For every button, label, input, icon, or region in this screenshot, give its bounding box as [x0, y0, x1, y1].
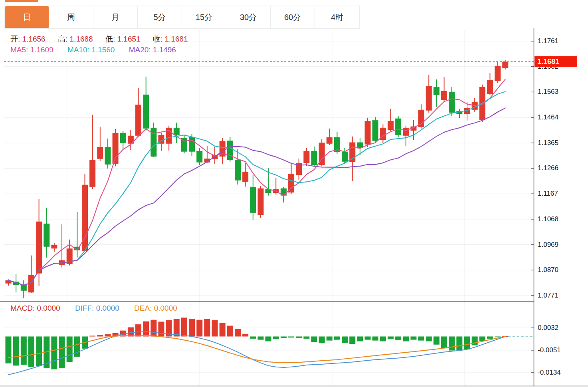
ma10-legend: MA10: 1.1560: [67, 46, 115, 54]
close-label: 收:: [153, 35, 162, 43]
price-axis-label: 1.1266: [538, 164, 558, 172]
price-axis-label: 1.1563: [538, 88, 558, 96]
price-axis-label: 1.0969: [538, 241, 558, 249]
trading-chart-page: 日周月5分15分30分60分4时 开: 1.1656 高: 1.1688 低: …: [0, 0, 588, 387]
price-axis-label: 1.0870: [538, 266, 558, 274]
ohlc-legend: 开: 1.1656 高: 1.1688 低: 1.1651 收: 1.1681: [10, 34, 198, 44]
candlestick-macd-chart[interactable]: [0, 0, 588, 387]
macd-axis-label: -0.0051: [538, 346, 561, 354]
low-label: 低:: [105, 35, 115, 43]
low-value: 1.1651: [117, 35, 141, 43]
price-axis-label: 1.0771: [538, 292, 558, 300]
diff-value-legend: DIFF: 0.0000: [75, 304, 119, 312]
dea-value-legend: DEA: 0.0000: [134, 304, 177, 312]
open-value: 1.1656: [22, 35, 46, 43]
price-axis-label: 1.1464: [538, 113, 558, 121]
ma20-legend: MA20: 1.1496: [129, 46, 176, 54]
ma5-legend: MA5: 1.1609: [10, 46, 53, 54]
open-label: 开:: [10, 35, 20, 43]
price-axis-label: 1.1167: [538, 190, 558, 198]
price-axis-label: 1.1365: [538, 139, 558, 147]
macd-value-legend: MACD: 0.0000: [10, 304, 60, 312]
price-axis-label: 1.1761: [538, 37, 558, 45]
macd-axis-label: -0.0134: [538, 369, 561, 377]
price-axis-label: 1.1068: [538, 215, 558, 223]
high-label: 高:: [58, 35, 67, 43]
close-value: 1.1681: [164, 35, 188, 43]
high-value: 1.1688: [70, 35, 93, 43]
macd-legend: MACD: 0.0000 DIFF: 0.0000 DEA: 0.0000: [10, 304, 190, 313]
ma-legend: MA5: 1.1609 MA10: 1.1560 MA20: 1.1496: [10, 46, 188, 54]
macd-axis-label: 0.0032: [538, 324, 558, 332]
current-price-tag: 1.1681: [535, 56, 577, 67]
